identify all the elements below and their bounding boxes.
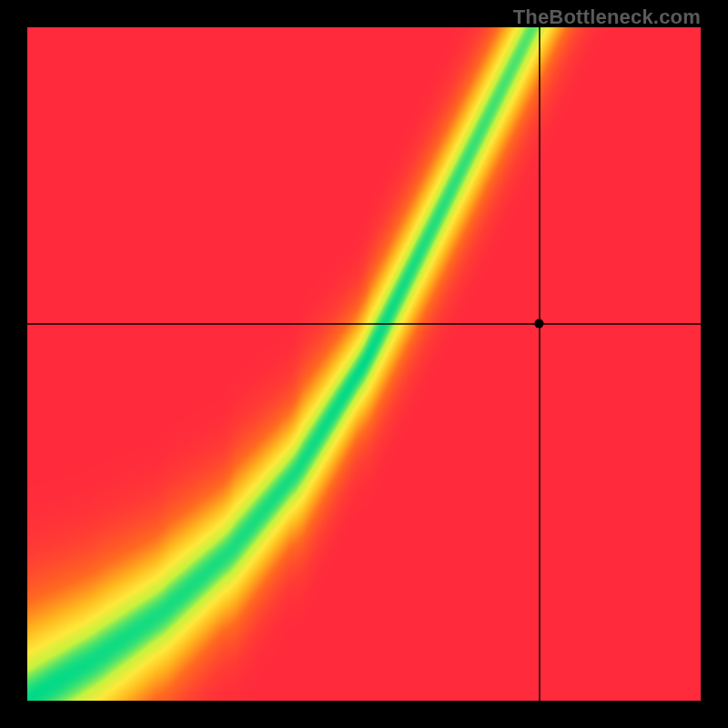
watermark-text: TheBottleneck.com [513,5,701,29]
heatmap-canvas [27,27,701,701]
heatmap-plot [27,27,701,701]
chart-frame: TheBottleneck.com [0,0,728,728]
